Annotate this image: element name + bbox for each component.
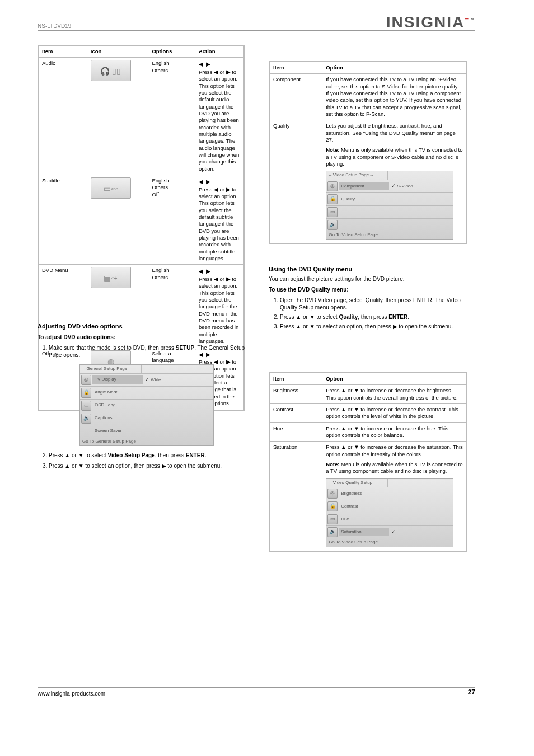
- row-item: Brightness: [269, 385, 322, 404]
- speaker-icon: 🔈: [327, 527, 338, 537]
- row-icon: 🎧 ▯▯: [87, 58, 148, 175]
- row-item: Contrast: [269, 404, 322, 423]
- row-options: English Others Off: [148, 175, 195, 265]
- section-heading: Using the DVD Quality menu: [269, 265, 467, 273]
- row-desc: Press ▲ or ▼ to increase or decrease the…: [322, 442, 467, 551]
- tbl2-h-opt: Option: [322, 62, 467, 74]
- list-item: Make sure that the mode is set to DVD, t…: [49, 344, 245, 446]
- row-item: Audio: [38, 58, 87, 175]
- left-instructions: Adjusting DVD video options To adjust DV…: [38, 319, 245, 473]
- header-model: NS-LTDVD19: [38, 22, 71, 30]
- row-icon: ▭ABC: [87, 175, 148, 265]
- table-row: Saturation Press ▲ or ▼ to increase or d…: [269, 442, 467, 551]
- row-item: Saturation: [269, 442, 322, 551]
- subtitle-icon: ▭ABC: [91, 177, 131, 199]
- screen-icon: ▭: [327, 207, 338, 217]
- row-desc: Press ▲ or ▼ to increase or decrease the…: [322, 385, 467, 404]
- tbl3-h-opt: Option: [322, 373, 467, 385]
- disc-icon: ◎: [327, 489, 338, 499]
- headphones-icon: 🎧 ▯▯: [91, 60, 131, 81]
- row-desc: Press ▲ or ▼ to increase or decrease the…: [322, 422, 467, 442]
- speaker-icon: 🔈: [81, 414, 91, 424]
- list-item: Open the DVD Video page, select Quality,…: [280, 297, 467, 311]
- table-row: Contrast Press ▲ or ▼ to increase or dec…: [269, 404, 467, 423]
- list-item: Press ▲ or ▼ to select an option, then p…: [280, 323, 467, 330]
- table-row: Brightness Press ▲ or ▼ to increase or d…: [269, 385, 467, 404]
- row-item: Component: [269, 74, 322, 120]
- tbl2-h-item: Item: [269, 62, 322, 74]
- disc-icon: ◎: [81, 375, 91, 385]
- tbl1-h-action: Action: [195, 45, 244, 58]
- sub-heading: To adjust DVD audio options:: [38, 334, 245, 341]
- tbl1-h-item: Item: [38, 45, 87, 58]
- footer-rule: [38, 687, 475, 688]
- video-setup-table: Item Option Component If you have connec…: [269, 61, 467, 244]
- disc-icon: ◎: [327, 181, 338, 191]
- row-action: ◀ ▶ Press ◀ or ▶ to select an option. Th…: [195, 175, 244, 265]
- section-heading: Adjusting DVD video options: [38, 322, 245, 330]
- table-row: Hue Press ▲ or ▼ to increase or decrease…: [269, 422, 467, 442]
- row-action: ◀ ▶ Press ◀ or ▶ to select an option. Th…: [195, 58, 244, 175]
- list-item: Press ▲ or ▼ to select Video Setup Page,…: [49, 452, 245, 459]
- lock-icon: 🔒: [327, 501, 338, 511]
- row-item: Hue: [269, 422, 322, 442]
- mini-menu-general: -- General Setup Page -- ◎TV Display✓ Wi…: [79, 364, 214, 446]
- table-row: Component If you have connected this TV …: [269, 74, 467, 120]
- list-item: Press ▲ or ▼ to select an option, then p…: [49, 462, 245, 469]
- row-item: Subtitle: [38, 175, 87, 265]
- mini-menu-quality: -- Video Quality Setup -- ◎Brightness 🔒C…: [326, 478, 453, 547]
- table-row: Subtitle ▭ABC English Others Off ◀ ▶ Pre…: [38, 175, 244, 265]
- tbl1-h-options: Options: [148, 45, 195, 58]
- dvd-menu-icon: ▤⤳: [91, 267, 131, 288]
- table-row: Quality Lets you adjust the brightness, …: [269, 120, 467, 243]
- quality-menu-instructions: Using the DVD Quality menu You can adjus…: [269, 263, 467, 332]
- tbl3-h-item: Item: [269, 373, 322, 385]
- lock-icon: 🔒: [327, 194, 338, 204]
- screen-icon: ▭: [327, 514, 338, 524]
- tbl1-h-icon: Icon: [87, 45, 148, 58]
- mini-menu-video: -- Video Setup Page -- ◎Component✓ S-Vid…: [326, 171, 453, 240]
- list-item: Press ▲ or ▼ to select Quality, then pre…: [280, 313, 467, 321]
- row-item: Quality: [269, 120, 322, 243]
- brand-logo: INSIGNIA–™: [386, 12, 475, 32]
- screen-icon: ▭: [81, 401, 91, 411]
- table-row: Audio 🎧 ▯▯ English Others ◀ ▶ Press ◀ or…: [38, 58, 244, 175]
- footer-url: www.insignia-products.com: [38, 690, 105, 697]
- row-desc: Lets you adjust the brightness, contrast…: [322, 120, 467, 243]
- row-options: English Others: [148, 58, 195, 175]
- speaker-icon: 🔈: [327, 220, 338, 230]
- lock-icon: 🔒: [81, 388, 91, 398]
- row-desc: If you have connected this TV to a TV us…: [322, 74, 467, 120]
- video-quality-table: Item Option Brightness Press ▲ or ▼ to i…: [269, 372, 467, 552]
- row-desc: Press ▲ or ▼ to increase or decrease the…: [322, 404, 467, 423]
- page-number: 27: [468, 688, 475, 697]
